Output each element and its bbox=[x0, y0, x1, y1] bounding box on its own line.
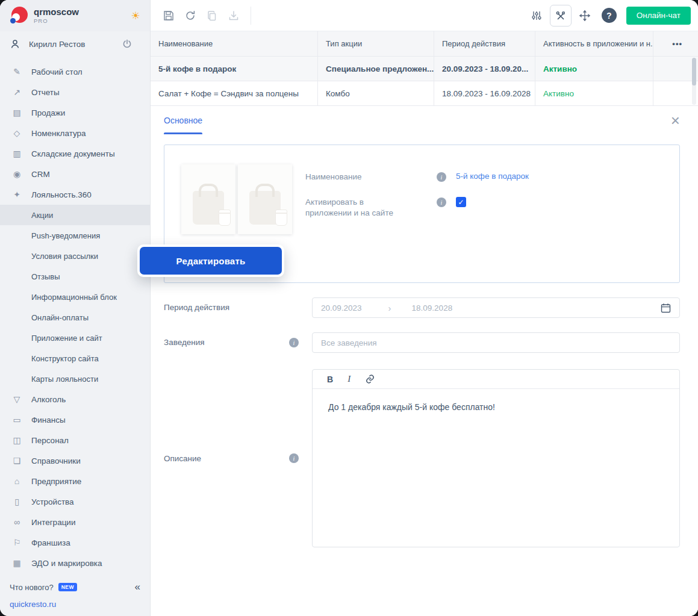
sidebar-subitem-loyalty-cards[interactable]: Карты лояльности bbox=[0, 369, 150, 389]
help-button[interactable]: ? bbox=[602, 8, 617, 23]
quickresto-site-link[interactable]: quickresto.ru bbox=[0, 596, 150, 612]
main-area: ? Онлайн-чат Наименование Тип акции Пери… bbox=[151, 0, 698, 616]
italic-icon[interactable]: I bbox=[347, 374, 351, 384]
theme-toggle-sun-icon[interactable]: ☀ bbox=[131, 10, 140, 22]
sidebar-item-edo[interactable]: ▦ ЭДО и маркировка bbox=[0, 553, 150, 573]
sidebar-item-directories[interactable]: ❏ Справочники bbox=[0, 450, 150, 471]
sidebar-item-desktop[interactable]: ✎ Рабочий стол bbox=[0, 61, 150, 82]
sidebar-subitem-info-block[interactable]: Информационный блок bbox=[0, 287, 150, 307]
table-scrollbar[interactable] bbox=[692, 58, 696, 105]
reports-icon: ↗ bbox=[11, 87, 23, 97]
app-window: qrmoscow PRO ☀ Кирилл Рестов ✎ Рабочий с… bbox=[0, 0, 698, 616]
table-row[interactable]: Салат + Кофе = Сэндвич за полцены Комбо … bbox=[151, 81, 698, 106]
sidebar-subitem-site-builder[interactable]: Конструктор сайта bbox=[0, 348, 150, 369]
sidebar-item-loyalty360[interactable]: ✦ Лояльность.360 bbox=[0, 184, 150, 205]
sidebar-subitem-push[interactable]: Push-уведомления bbox=[0, 225, 150, 246]
sidebar-item-devices[interactable]: ▯ Устройства bbox=[0, 491, 150, 512]
column-header-type[interactable]: Тип акции bbox=[318, 31, 434, 56]
sidebar-item-staff[interactable]: ◫ Персонал bbox=[0, 430, 150, 450]
cell-period: 20.09.2023 - 18.09.20... bbox=[434, 57, 535, 81]
refresh-button[interactable] bbox=[182, 7, 199, 24]
description-text[interactable]: До 1 декабря каждый 5-й кофе бесплатно! bbox=[313, 389, 679, 425]
user-name: Кирилл Рестов bbox=[29, 40, 85, 49]
toolbar: ? Онлайн-чат bbox=[151, 0, 698, 31]
new-badge: NEW bbox=[58, 583, 77, 591]
tab-main[interactable]: Основное bbox=[164, 107, 202, 134]
close-icon[interactable]: × bbox=[671, 114, 680, 126]
sidebar-item-label: Отчеты bbox=[31, 88, 60, 97]
edit-button[interactable]: Редактировать bbox=[140, 247, 282, 275]
description-editor[interactable]: B I До 1 декабря каждый 5-й кофе бесплат… bbox=[312, 369, 680, 547]
brand-plan: PRO bbox=[34, 17, 79, 24]
user-row[interactable]: Кирилл Рестов bbox=[0, 31, 150, 57]
sidebar-item-enterprise[interactable]: ⌂ Предприятие bbox=[0, 471, 150, 491]
calendar-icon[interactable] bbox=[661, 303, 671, 313]
info-icon[interactable]: i bbox=[289, 453, 299, 463]
bold-icon[interactable]: B bbox=[327, 375, 333, 384]
alcohol-icon: ▽ bbox=[11, 394, 23, 404]
sidebar-menu: ✎ Рабочий стол ↗ Отчеты ▤ Продажи ◇ Номе… bbox=[0, 57, 150, 579]
cell-name: Салат + Кофе = Сэндвич за полцены bbox=[151, 81, 318, 105]
loyalty-icon: ✦ bbox=[11, 190, 23, 199]
sidebar-item-sales[interactable]: ▤ Продажи bbox=[0, 102, 150, 123]
chevron-right-icon: › bbox=[388, 303, 391, 313]
status-badge: Активно bbox=[535, 57, 653, 81]
info-icon[interactable]: i bbox=[289, 338, 299, 347]
sidebar-item-label: ЭДО и маркировка bbox=[31, 559, 102, 568]
devices-icon: ▯ bbox=[11, 497, 23, 506]
sidebar-subitem-promotions[interactable]: Акции bbox=[0, 205, 150, 225]
logout-power-icon[interactable] bbox=[122, 39, 140, 49]
promotion-name-link[interactable]: 5-й кофе в подарок bbox=[456, 172, 529, 181]
sidebar-item-label: Продажи bbox=[31, 108, 65, 117]
editor-toolbar: B I bbox=[313, 370, 679, 389]
sidebar-item-crm[interactable]: ◉ CRM bbox=[0, 164, 150, 184]
edo-icon: ▦ bbox=[11, 558, 23, 568]
sidebar-item-franchise[interactable]: ⚐ Франшиза bbox=[0, 532, 150, 553]
info-icon[interactable]: i bbox=[437, 198, 446, 207]
activate-checkbox[interactable]: ✓ bbox=[456, 197, 466, 207]
sidebar-item-label: Номенклатура bbox=[31, 129, 86, 138]
export-download-button[interactable] bbox=[225, 7, 242, 24]
sidebar-item-integrations[interactable]: ∞ Интеграции bbox=[0, 512, 150, 532]
status-badge: Активно bbox=[535, 81, 653, 105]
sidebar-item-label: CRM bbox=[31, 170, 50, 179]
period-range-input[interactable]: 20.09.2023 › 18.09.2028 bbox=[312, 297, 680, 318]
period-to[interactable]: 18.09.2028 bbox=[412, 303, 453, 313]
crm-icon: ◉ bbox=[11, 169, 23, 179]
save-button[interactable] bbox=[160, 7, 177, 24]
columns-more-icon[interactable]: ••• bbox=[672, 39, 682, 48]
sidebar-subitem-mailing-terms[interactable]: Условия рассылки bbox=[0, 246, 150, 266]
sidebar-item-warehouse-docs[interactable]: ▥ Складские документы bbox=[0, 143, 150, 164]
table-row[interactable]: 5-й кофе в подарок Специальное предложен… bbox=[151, 57, 698, 81]
column-header-activity[interactable]: Активность в приложении и н... bbox=[535, 31, 653, 56]
staff-icon: ◫ bbox=[11, 435, 23, 445]
product-image[interactable] bbox=[238, 164, 292, 234]
franchise-icon: ⚐ bbox=[11, 538, 23, 547]
filter-sliders-icon[interactable] bbox=[528, 7, 545, 24]
sidebar-header: qrmoscow PRO ☀ bbox=[0, 0, 150, 31]
whats-new-link[interactable]: Что нового? NEW « bbox=[0, 579, 150, 596]
move-pan-icon[interactable] bbox=[576, 7, 593, 24]
online-chat-button[interactable]: Онлайн-чат bbox=[626, 7, 691, 25]
info-icon[interactable]: i bbox=[437, 172, 446, 182]
tools-mode-button[interactable] bbox=[550, 5, 572, 26]
link-icon[interactable] bbox=[365, 374, 375, 384]
collapse-sidebar-icon[interactable]: « bbox=[135, 581, 140, 593]
product-image[interactable] bbox=[181, 164, 235, 234]
sidebar-subitem-app-and-site[interactable]: Приложение и сайт bbox=[0, 328, 150, 348]
column-header-period[interactable]: Период действия bbox=[434, 31, 535, 56]
venues-input[interactable] bbox=[312, 332, 680, 353]
period-from[interactable]: 20.09.2023 bbox=[321, 303, 362, 313]
sidebar-subitem-reviews[interactable]: Отзывы bbox=[0, 266, 150, 287]
column-header-name[interactable]: Наименование bbox=[151, 31, 318, 56]
sidebar-item-alcohol[interactable]: ▽ Алкоголь bbox=[0, 389, 150, 409]
copy-button[interactable] bbox=[204, 7, 220, 24]
sidebar-item-nomenclature[interactable]: ◇ Номенклатура bbox=[0, 123, 150, 143]
cell-type: Комбо bbox=[318, 81, 434, 105]
desktop-icon: ✎ bbox=[11, 67, 23, 76]
sidebar-item-finance[interactable]: ▭ Финансы bbox=[0, 409, 150, 430]
table-header: Наименование Тип акции Период действия А… bbox=[151, 31, 698, 57]
sidebar-subitem-online-payments[interactable]: Онлайн-оплаты bbox=[0, 307, 150, 328]
sidebar-item-reports[interactable]: ↗ Отчеты bbox=[0, 82, 150, 102]
cell-type: Специальное предложен... bbox=[318, 57, 434, 81]
